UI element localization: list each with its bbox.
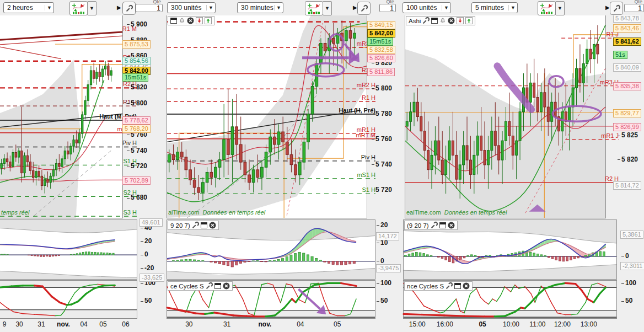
indicator-extreme-label: -33,625 <box>139 274 164 282</box>
timeframe-select[interactable]: 30 minutes ▼ <box>237 2 283 13</box>
window-icon[interactable] <box>201 222 207 228</box>
bar-countdown-label: 15m51s <box>367 38 393 46</box>
window-icon[interactable] <box>431 18 438 24</box>
timeframe-select[interactable]: 2 heures ▼ <box>3 2 54 13</box>
units-select[interactable]: 300 unités ▼ <box>167 2 216 13</box>
window-icon[interactable] <box>439 222 446 228</box>
quantity-widget: Qté <box>624 0 644 15</box>
indicator-style-dropdown[interactable]: ▼ <box>323 1 332 15</box>
timeframe-value: 30 minutes <box>238 4 274 12</box>
stochastic-axis-tick: 100 <box>377 279 391 287</box>
trading-workstation: { "ui": { "qty_label": "Qté", "qty_value… <box>0 0 644 332</box>
price-level-label: 5 875,53 <box>122 40 151 49</box>
x-axis: 93031nov.040506 <box>0 318 165 332</box>
toolbar-panel-right: 100 unités ▼ 5 minutes ▼ ▼ ▶ Qté <box>397 0 644 15</box>
quantity-input[interactable] <box>379 4 396 12</box>
y-axis-tick: 5 760 <box>372 135 392 143</box>
chevron-down-icon: ▼ <box>274 5 283 10</box>
close-icon[interactable] <box>209 222 216 229</box>
x-axis-tick: nov. <box>57 320 70 328</box>
wrench-icon[interactable] <box>206 282 213 290</box>
macd-pane-header-title: (9 20 7) <box>407 222 429 229</box>
price-level-label: 5 849,15 <box>367 21 395 29</box>
x-axis-tick: 04 <box>80 320 87 328</box>
level-label: Piv H <box>122 140 137 146</box>
y-axis-tick: 5 820 <box>618 156 638 163</box>
close-icon[interactable] <box>223 282 230 290</box>
timeframe-select[interactable]: 5 minutes ▼ <box>471 2 518 13</box>
current-price-label: 5 841,62 <box>613 38 641 46</box>
window-icon[interactable] <box>170 18 177 24</box>
y-axis-tick: 5 800 <box>372 84 392 92</box>
price-pane: R1 MR3 HR2 HR1 HHaut (M, Pré)mR1 MPiv HS… <box>0 15 123 218</box>
arrdown-icon[interactable] <box>196 17 203 24</box>
close-icon[interactable] <box>187 17 194 24</box>
wrench-icon[interactable] <box>446 282 453 290</box>
stochastic-pane <box>0 280 137 319</box>
bell-icon[interactable] <box>439 18 446 24</box>
level-label: S3 H <box>124 209 137 216</box>
expand-arrow-icon[interactable]: ▶ <box>605 4 610 10</box>
close-icon[interactable] <box>463 282 470 290</box>
wrench-icon[interactable] <box>422 17 430 24</box>
indicator-style-dropdown[interactable]: ▼ <box>555 1 565 15</box>
price-level-label: 5 843,46 <box>613 24 641 33</box>
settings-wrench-button[interactable] <box>610 2 623 15</box>
stochastic-pane-header-title: nce Cycles S <box>407 283 444 290</box>
quantity-input[interactable] <box>136 4 163 12</box>
price-level-label: 5 826,60 <box>367 54 395 62</box>
quantity-widget: Qté <box>136 0 163 15</box>
macd-pane-header: 9 20 7) <box>168 221 219 230</box>
arrup-icon[interactable] <box>465 17 473 24</box>
close-icon[interactable] <box>448 222 455 229</box>
stochastic-pane-header-title: ce Cycles S <box>170 283 204 290</box>
price-pane-header-title: Ashi <box>409 18 421 24</box>
y-axis-tick: 5 820 <box>127 83 147 91</box>
indicator-style-button[interactable] <box>538 1 556 15</box>
realtime-credit: alTime.com Données en temps réel <box>168 209 265 216</box>
macd-pane: 9 20 7) <box>167 219 375 280</box>
arrdown-icon[interactable] <box>457 17 464 24</box>
price-chart[interactable]: mR3 HR2 HmR2 HR1 HHaut (H, Pré)mR1 HmR1 … <box>167 15 367 218</box>
toolbar-panel-left: 2 heures ▼ ▼ ▶ Qté <box>0 0 165 15</box>
window-icon[interactable] <box>214 283 221 289</box>
price-level-label: 5 768,20 <box>122 125 151 133</box>
price-chart[interactable]: R1 JmR3 HmR1 JR2 H <box>405 15 605 218</box>
price-chart[interactable]: R1 MR3 HR2 HR1 HHaut (M, Pré)mR1 MPiv HS… <box>0 15 122 218</box>
close-icon[interactable] <box>448 17 455 24</box>
wrench-icon[interactable] <box>431 222 438 229</box>
stochastic-chart[interactable] <box>0 281 137 318</box>
settings-wrench-button[interactable] <box>357 2 371 15</box>
stochastic-pane: nce Cycles S <box>403 280 617 319</box>
x-axis-tick: 30 <box>15 320 23 328</box>
indicator-extreme-label: 49,601 <box>139 218 163 227</box>
x-axis: 3031nov.0405 <box>165 318 397 332</box>
timeframe-value: 5 minutes <box>472 4 508 12</box>
y-axis-tick: 5 720 <box>127 162 147 170</box>
x-axis-tick: 9 <box>3 320 7 328</box>
x-axis-tick: 10:00 <box>503 320 519 328</box>
wrench-icon[interactable] <box>192 222 199 229</box>
arrup-icon[interactable] <box>205 17 212 24</box>
expand-arrow-icon[interactable]: ▶ <box>353 4 357 10</box>
window-icon[interactable] <box>454 283 461 289</box>
indicator-style-button[interactable] <box>305 1 323 15</box>
x-axis-tick: 15:00 <box>409 320 426 328</box>
y-axis-tick: 5 720 <box>372 186 392 194</box>
macd-axis-tick: 0 <box>377 257 384 265</box>
settings-wrench-button[interactable] <box>122 2 136 15</box>
chevron-down-icon: ▼ <box>206 5 215 10</box>
indicator-style-button[interactable] <box>69 1 88 15</box>
y-axis-tick: 5 800 <box>127 99 147 107</box>
x-axis-tick: 30 <box>185 320 192 328</box>
price-pane-header <box>168 16 214 25</box>
units-select[interactable]: 100 unités ▼ <box>402 2 451 13</box>
expand-arrow-icon[interactable]: ▶ <box>117 4 121 10</box>
indicator-style-dropdown[interactable]: ▼ <box>87 1 96 15</box>
bell-icon[interactable] <box>179 18 185 24</box>
quantity-input[interactable] <box>624 4 644 12</box>
macd-chart[interactable] <box>0 220 137 279</box>
macd-axis-tick: 0 <box>621 252 629 260</box>
macd-pane-header-title: 9 20 7) <box>170 222 190 229</box>
level-label: Piv H <box>361 154 375 160</box>
